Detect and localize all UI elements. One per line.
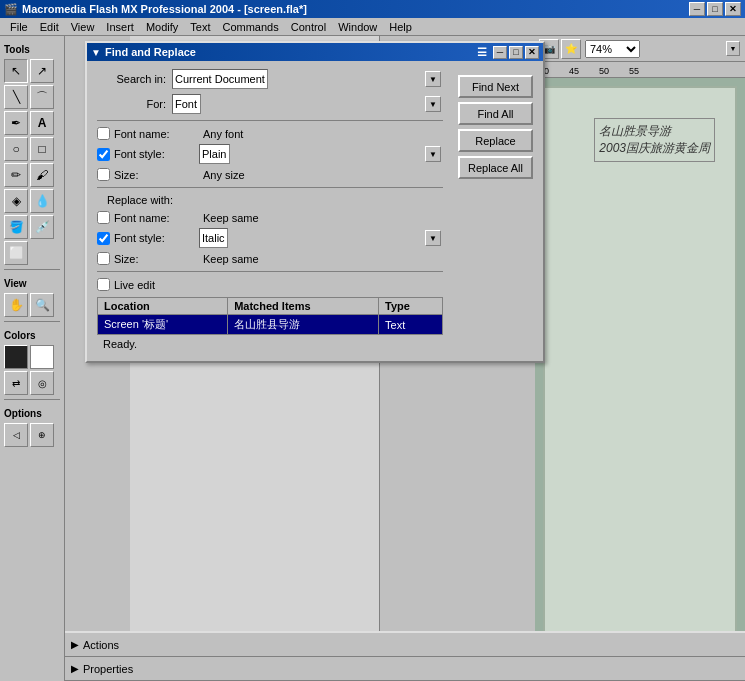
search-in-label: Search in: bbox=[97, 73, 172, 85]
size-label: Size: bbox=[114, 169, 199, 181]
menu-item-commands[interactable]: Commands bbox=[216, 19, 284, 35]
ruler-45: 45 bbox=[569, 66, 579, 76]
canvas-outer: 📷 ⭐ 74% ▼ 40 45 50 55 bbox=[535, 36, 745, 631]
replace-font-name-checkbox[interactable] bbox=[97, 211, 110, 224]
replace-font-style-checkbox[interactable] bbox=[97, 232, 110, 245]
properties-arrow: ▶ bbox=[71, 663, 79, 674]
menu-item-view[interactable]: View bbox=[65, 19, 101, 35]
menu-item-edit[interactable]: Edit bbox=[34, 19, 65, 35]
paint-bucket[interactable]: 🪣 bbox=[4, 215, 28, 239]
fill-color[interactable] bbox=[30, 345, 54, 369]
font-name-checkbox[interactable] bbox=[97, 127, 110, 140]
replace-size-checkbox[interactable] bbox=[97, 252, 110, 265]
option2[interactable]: ⊕ bbox=[30, 423, 54, 447]
actions-label: Actions bbox=[83, 639, 119, 651]
replace-all-button[interactable]: Replace All bbox=[458, 156, 533, 179]
live-edit-label: Live edit bbox=[114, 279, 155, 291]
arrow-tool[interactable]: ↖ bbox=[4, 59, 28, 83]
app-area: Tools ↖ ↗ ╲ ⌒ ✒ A ○ □ ✏ 🖌 ◈ 💧 🪣 💉 bbox=[0, 36, 745, 681]
swap-colors[interactable]: ⇄ bbox=[4, 371, 28, 395]
divider-2 bbox=[97, 187, 443, 188]
find-next-button[interactable]: Find Next bbox=[458, 75, 533, 98]
dialog-minimize-btn[interactable]: ─ bbox=[493, 46, 507, 59]
zoom-arrow: ▼ bbox=[726, 41, 740, 56]
menu-item-modify[interactable]: Modify bbox=[140, 19, 184, 35]
replace-button[interactable]: Replace bbox=[458, 129, 533, 152]
tool-row-colors bbox=[4, 345, 60, 369]
line-tool[interactable]: ╲ bbox=[4, 85, 28, 109]
replace-size-value: Keep same bbox=[199, 253, 259, 265]
app-maximize-btn[interactable]: □ bbox=[707, 2, 723, 16]
menu-item-window[interactable]: Window bbox=[332, 19, 383, 35]
menu-item-file[interactable]: File bbox=[4, 19, 34, 35]
zoom-select[interactable]: 74% bbox=[585, 40, 640, 58]
ruler-50: 50 bbox=[599, 66, 609, 76]
tool-row-9: ✋ 🔍 bbox=[4, 293, 60, 317]
app-minimize-btn[interactable]: ─ bbox=[689, 2, 705, 16]
stroke-color[interactable] bbox=[4, 345, 28, 369]
for-label: For: bbox=[97, 98, 172, 110]
zoom-tool[interactable]: 🔍 bbox=[30, 293, 54, 317]
properties-panel-row[interactable]: ▶ Properties bbox=[65, 657, 745, 681]
dialog-maximize-btn[interactable]: □ bbox=[509, 46, 523, 59]
search-in-arrow: ▼ bbox=[425, 71, 441, 87]
font-style-select[interactable]: Plain bbox=[199, 144, 230, 164]
search-in-wrapper: Current Document ▼ bbox=[172, 69, 443, 89]
canvas-toolbar: 📷 ⭐ 74% ▼ bbox=[535, 36, 745, 62]
app-title: Macromedia Flash MX Professional 2004 - … bbox=[22, 3, 307, 15]
tool-row-8: ⬜ bbox=[4, 241, 60, 265]
menu-item-insert[interactable]: Insert bbox=[100, 19, 140, 35]
pen-tool[interactable]: ✒ bbox=[4, 111, 28, 135]
eyedropper[interactable]: 💉 bbox=[30, 215, 54, 239]
hand-tool[interactable]: ✋ bbox=[4, 293, 28, 317]
results-tbody: Screen '标题'名山胜县导游Text bbox=[98, 315, 443, 335]
default-colors[interactable]: ◎ bbox=[30, 371, 54, 395]
toolbar-divider-2 bbox=[4, 321, 60, 322]
text-tool[interactable]: A bbox=[30, 111, 54, 135]
font-name-row: Font name: Any font bbox=[97, 127, 443, 140]
lasso-tool[interactable]: ⌒ bbox=[30, 85, 54, 109]
replace-font-name-row: Font name: Keep same bbox=[97, 211, 443, 224]
pencil-tool[interactable]: ✏ bbox=[4, 163, 28, 187]
search-in-select[interactable]: Current Document bbox=[172, 69, 268, 89]
rect-tool[interactable]: □ bbox=[30, 137, 54, 161]
zoom-wrapper: 74% ▼ bbox=[585, 40, 741, 58]
brush-tool[interactable]: 🖌 bbox=[30, 163, 54, 187]
replace-font-style-row: Font style: Italic ▼ bbox=[97, 228, 443, 248]
dialog-menu-icon: ☰ bbox=[477, 46, 487, 59]
font-name-value: Any font bbox=[199, 128, 243, 140]
canvas-text-line2: 2003国庆旅游黄金周 bbox=[599, 140, 710, 157]
canvas-tool2[interactable]: ⭐ bbox=[561, 39, 581, 59]
option1[interactable]: ◁ bbox=[4, 423, 28, 447]
oval-tool[interactable]: ○ bbox=[4, 137, 28, 161]
live-edit-checkbox[interactable] bbox=[97, 278, 110, 291]
app-close-btn[interactable]: ✕ bbox=[725, 2, 741, 16]
table-row[interactable]: Screen '标题'名山胜县导游Text bbox=[98, 315, 443, 335]
actions-panel-row[interactable]: ▶ Actions bbox=[65, 633, 745, 657]
status-text: Ready. bbox=[103, 338, 137, 350]
menu-item-text[interactable]: Text bbox=[184, 19, 216, 35]
toolbar-divider-3 bbox=[4, 399, 60, 400]
ruler: 40 45 50 55 bbox=[535, 62, 745, 78]
stage-inner: 名山胜景导游 2003国庆旅游黄金周 bbox=[543, 86, 737, 639]
for-select[interactable]: Font bbox=[172, 94, 201, 114]
tool-options-row: ◁ ⊕ bbox=[4, 423, 60, 447]
view-label: View bbox=[4, 278, 60, 289]
menu-item-control[interactable]: Control bbox=[285, 19, 332, 35]
properties-label: Properties bbox=[83, 663, 133, 675]
replace-font-style-select[interactable]: Italic bbox=[199, 228, 228, 248]
toolbar-divider-1 bbox=[4, 269, 60, 270]
size-checkbox[interactable] bbox=[97, 168, 110, 181]
ink-tool[interactable]: 💧 bbox=[30, 189, 54, 213]
canvas-text: 名山胜景导游 2003国庆旅游黄金周 bbox=[594, 118, 715, 162]
menu-item-help[interactable]: Help bbox=[383, 19, 418, 35]
tool-row-7: 🪣 💉 bbox=[4, 215, 60, 239]
subselect-tool[interactable]: ↗ bbox=[30, 59, 54, 83]
font-style-checkbox[interactable] bbox=[97, 148, 110, 161]
divider-1 bbox=[97, 120, 443, 121]
dialog-close-btn[interactable]: ✕ bbox=[525, 46, 539, 59]
search-in-row: Search in: Current Document ▼ bbox=[97, 69, 443, 89]
fill-tool[interactable]: ◈ bbox=[4, 189, 28, 213]
find-all-button[interactable]: Find All bbox=[458, 102, 533, 125]
eraser-tool[interactable]: ⬜ bbox=[4, 241, 28, 265]
